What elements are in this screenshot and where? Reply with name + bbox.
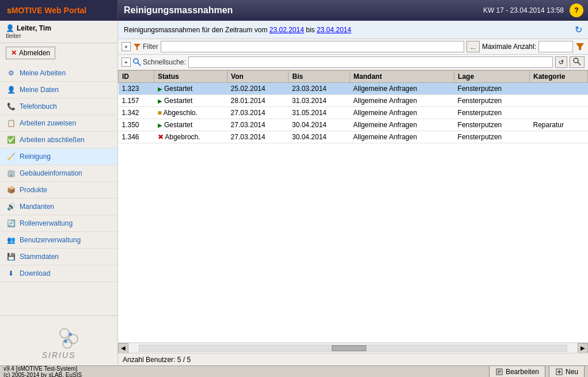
- close-work-icon: ✅: [6, 135, 16, 145]
- phone-icon: 📞: [6, 101, 16, 112]
- cell-id: 1.350: [119, 119, 154, 131]
- sidebar-item-close-work[interactable]: ✅Arbeiten abschließen: [0, 132, 117, 148]
- sidebar-item-products[interactable]: 📦Produkte: [0, 182, 117, 199]
- scroll-thumb[interactable]: [332, 345, 366, 351]
- svg-point-7: [134, 59, 138, 63]
- horizontal-scrollbar[interactable]: ◀ ▶: [118, 342, 588, 353]
- sidebar-item-data[interactable]: 💾Stammdaten: [0, 249, 117, 265]
- col-mandant: Mandant: [350, 71, 454, 83]
- sidebar-nav: ⚙Meine Arbeiten👤Meine Daten📞Telefonbuch📋…: [0, 63, 117, 315]
- filter-input[interactable]: [161, 41, 464, 52]
- sidebar-item-roles[interactable]: 🔄Rollenverwaltung: [0, 215, 117, 232]
- cell-mandant: Allgemeine Anfragen: [350, 131, 454, 143]
- col-id: ID: [119, 71, 154, 83]
- nav-label: Meine Daten: [20, 86, 59, 94]
- sidebar-item-users[interactable]: 👥Benutzerverwaltung: [0, 232, 117, 249]
- products-icon: 📦: [6, 185, 16, 195]
- download-icon: ⬇: [6, 268, 16, 279]
- cell-status: ▶ Gestartet: [154, 119, 227, 131]
- cell-status: ■ Abgeschlo.: [154, 107, 227, 119]
- svg-point-2: [63, 339, 72, 348]
- refresh-button[interactable]: ↻: [575, 24, 582, 35]
- scroll-track[interactable]: [139, 345, 567, 352]
- date-from[interactable]: 23.02.2014: [270, 26, 304, 34]
- max-input[interactable]: [538, 41, 573, 52]
- edit-button[interactable]: Bearbeiten: [489, 365, 545, 378]
- svg-line-10: [578, 62, 581, 65]
- cell-id: 1.323: [119, 83, 154, 95]
- quick-search-toggle[interactable]: Schnellsuche:: [133, 58, 186, 66]
- version-text: v9.4 [sMOTIVE Test-System]: [3, 365, 82, 372]
- quick-search-reset-btn[interactable]: ↺: [555, 56, 567, 68]
- cell-von: 27.03.2014: [227, 119, 289, 131]
- table-row[interactable]: 1.157 ▶ Gestartet 28.01.2014 31.03.2014 …: [119, 95, 588, 107]
- data-icon: 💾: [6, 252, 16, 262]
- cell-bis: 30.04.2014: [289, 119, 350, 131]
- mandant-icon: 🔊: [6, 201, 16, 212]
- sidebar-item-building[interactable]: 🏢Gebäudeinformation: [0, 165, 117, 182]
- cell-mandant: Allgemeine Anfragen: [350, 83, 454, 95]
- cell-von: 25.02.2014: [227, 83, 289, 95]
- quick-search-input[interactable]: [188, 56, 553, 68]
- cell-lage: Fensterputzen: [454, 131, 530, 143]
- help-button[interactable]: ?: [570, 3, 583, 17]
- content-header-text: Reinigungsmassnahmen für den Zeitraum vo…: [124, 26, 351, 34]
- cell-status: ▶ Gestartet: [154, 95, 227, 107]
- filter-toggle-btn[interactable]: Filter: [133, 43, 158, 51]
- table-row[interactable]: 1.346 ✖ Abgebroch. 27.03.2014 30.04.2014…: [119, 131, 588, 143]
- funnel-small-icon: [133, 43, 141, 51]
- x-icon: ✕: [11, 49, 17, 57]
- filter-expand-btn[interactable]: +: [122, 42, 131, 51]
- nav-label: Reinigung: [20, 153, 51, 161]
- cell-status: ✖ Abgebroch.: [154, 131, 227, 143]
- header-prefix: Reinigungsmassnahmen für den Zeitraum vo…: [124, 26, 267, 34]
- nav-label: Gebäudeinformation: [20, 169, 82, 177]
- nav-label: Mandanten: [20, 203, 54, 211]
- sirius-graphic: [36, 322, 82, 351]
- scroll-right-btn[interactable]: ▶: [578, 343, 588, 353]
- date-to[interactable]: 23.04.2014: [317, 26, 351, 34]
- col-von: Von: [227, 71, 289, 83]
- sidebar-item-mandant[interactable]: 🔊Mandanten: [0, 199, 117, 215]
- table-row[interactable]: 1.323 ▶ Gestartet 25.02.2014 23.03.2014 …: [119, 83, 588, 95]
- table-row[interactable]: 1.342 ■ Abgeschlo. 27.03.2014 31.05.2014…: [119, 107, 588, 119]
- nav-label: Download: [20, 269, 50, 277]
- quick-search-go-btn[interactable]: [570, 56, 585, 68]
- cell-status: ▶ Gestartet: [154, 83, 227, 95]
- data-table: IDStatusVonBisMandantLageKategorie 1.323…: [118, 70, 588, 143]
- scroll-left-btn[interactable]: ◀: [118, 343, 128, 353]
- filter-dots-button[interactable]: ...: [466, 41, 480, 52]
- content-area: Reinigungsmassnahmen für den Zeitraum vo…: [118, 21, 588, 365]
- user-info: 👤 Leiter, Tim tleiter: [0, 21, 117, 43]
- cell-bis: 30.04.2014: [289, 131, 350, 143]
- svg-point-0: [60, 329, 69, 338]
- logo-s: s: [7, 6, 12, 15]
- nav-label: Telefonbuch: [20, 102, 57, 111]
- sidebar-item-clean[interactable]: 🧹Reinigung: [0, 148, 117, 165]
- quick-search-expand-btn[interactable]: +: [122, 58, 131, 67]
- logout-button[interactable]: ✕ Abmelden: [6, 47, 55, 59]
- cell-lage: Fensterputzen: [454, 83, 530, 95]
- sidebar-item-phone[interactable]: 📞Telefonbuch: [0, 98, 117, 115]
- new-label: Neu: [566, 368, 578, 376]
- cell-kategorie: Reparatur: [530, 119, 588, 131]
- col-bis: Bis: [289, 71, 350, 83]
- filter-funnel-icon[interactable]: [575, 42, 585, 51]
- nav-label: Meine Arbeiten: [20, 69, 66, 77]
- quick-search-label: Schnellsuche:: [143, 58, 186, 66]
- data-table-container: IDStatusVonBisMandantLageKategorie 1.323…: [118, 70, 588, 342]
- sidebar-item-download[interactable]: ⬇Download: [0, 265, 117, 282]
- app-logo: sMOTIVE Web Portal: [0, 0, 118, 21]
- cell-von: 27.03.2014: [227, 131, 289, 143]
- sidebar-item-person[interactable]: 👤Meine Daten: [0, 82, 117, 98]
- stop-icon: ■: [158, 109, 162, 117]
- sidebar-item-assign[interactable]: 📋Arbeiten zuweisen: [0, 115, 117, 132]
- new-button[interactable]: Neu: [549, 365, 585, 378]
- sidebar-item-gear[interactable]: ⚙Meine Arbeiten: [0, 65, 117, 82]
- table-row[interactable]: 1.350 ▶ Gestartet 27.03.2014 30.04.2014 …: [119, 119, 588, 131]
- cell-kategorie: [530, 83, 588, 95]
- user-name: Leiter, Tim: [17, 24, 51, 32]
- cell-mandant: Allgemeine Anfragen: [350, 119, 454, 131]
- cell-id: 1.342: [119, 107, 154, 119]
- cell-id: 1.157: [119, 95, 154, 107]
